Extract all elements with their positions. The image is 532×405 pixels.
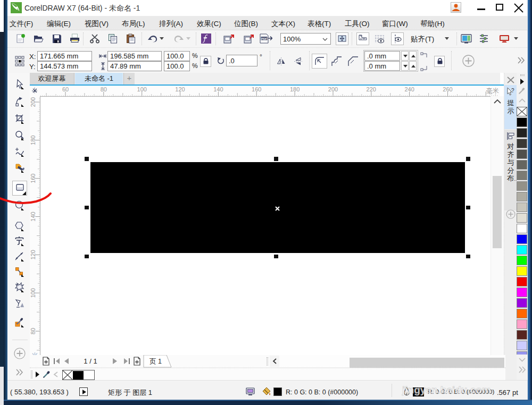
svg-text:140: 140 xyxy=(30,212,36,221)
svg-text:160: 160 xyxy=(252,86,261,92)
svg-text:?: ? xyxy=(511,88,514,94)
svg-text:100: 100 xyxy=(137,86,147,92)
svg-text:160: 160 xyxy=(30,174,36,183)
svg-text:120: 120 xyxy=(30,250,36,259)
svg-text:页 1: 页 1 xyxy=(149,358,162,365)
svg-text:220: 220 xyxy=(367,86,376,92)
svg-text:80: 80 xyxy=(101,86,107,92)
svg-text:140: 140 xyxy=(213,86,223,92)
svg-text:180: 180 xyxy=(30,136,36,145)
svg-text:100: 100 xyxy=(30,288,36,298)
svg-text:180: 180 xyxy=(290,86,300,92)
svg-text:200: 200 xyxy=(30,97,36,107)
svg-text:120: 120 xyxy=(175,86,185,92)
svg-text:200: 200 xyxy=(328,86,338,92)
svg-text:PDF: PDF xyxy=(261,37,268,40)
svg-text:60: 60 xyxy=(62,86,69,92)
svg-text:240: 240 xyxy=(404,86,414,92)
svg-text:260: 260 xyxy=(443,86,452,92)
svg-text:80: 80 xyxy=(30,328,36,334)
